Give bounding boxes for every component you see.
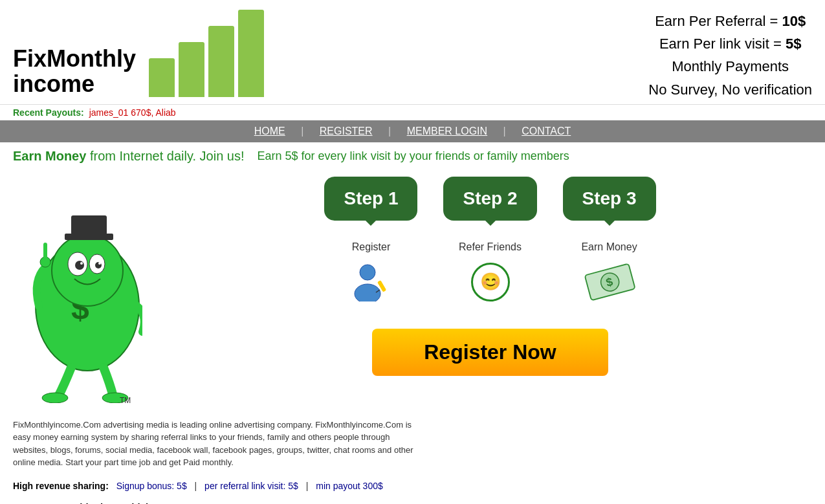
svg-rect-12 <box>71 215 107 235</box>
register-now-button[interactable]: Register Now <box>372 329 608 376</box>
steps-row: Step 1 Register Step 2 R <box>324 177 655 309</box>
nav-register[interactable]: REGISTER <box>320 126 373 137</box>
nav-sep3: | <box>503 126 506 137</box>
step2-label: Refer Friends <box>459 241 522 253</box>
min-payout: min payout 300$ <box>316 481 383 491</box>
bar4 <box>238 10 264 97</box>
logo: FixMonthly income <box>13 46 136 97</box>
nav-sep1: | <box>301 126 303 137</box>
sep1: | <box>195 481 200 491</box>
svg-point-13 <box>42 393 68 403</box>
chart-icon <box>149 10 264 97</box>
header-left: FixMonthly income <box>13 6 277 97</box>
svg-point-8 <box>98 262 101 265</box>
svg-text:TM: TM <box>120 396 131 403</box>
sep2: | <box>306 481 311 491</box>
footer-description: FixMonthlyincome.Com advertising media i… <box>0 412 427 476</box>
nav-contact[interactable]: CONTACT <box>522 126 571 137</box>
bar2 <box>179 42 204 97</box>
step-3: Step 3 Earn Money $ <box>563 177 656 309</box>
svg-point-7 <box>80 262 83 265</box>
high-revenue-label: High revenue sharing: <box>13 481 109 491</box>
money-icon-svg: $ <box>580 256 639 304</box>
recent-payouts-bar: Recent Payouts: james_01 670$, Aliab <box>0 104 825 120</box>
bar1 <box>149 58 175 97</box>
high-revenue: High revenue sharing: Signup bonus: 5$ |… <box>0 476 825 496</box>
navbar: HOME | REGISTER | MEMBER LOGIN | CONTACT <box>0 120 825 142</box>
step2-bubble: Step 2 <box>443 177 536 221</box>
recent-payouts-names: james_01 670$, Aliab <box>89 107 176 118</box>
earn-line2: Earn Per link visit = 5$ <box>648 32 812 55</box>
banner: Earn Money from Internet daily. Join us!… <box>0 142 825 170</box>
nav-home[interactable]: HOME <box>254 126 285 137</box>
register-icon-svg <box>351 263 390 301</box>
mascot-svg: $ <box>13 177 142 403</box>
earn-line3: Monthly Payments <box>648 55 812 78</box>
step1-label: Register <box>352 241 391 253</box>
earn-line1: Earn Per Referral = 10$ <box>648 10 812 32</box>
step3-icon: $ <box>584 263 635 301</box>
mascot: $ <box>13 177 155 406</box>
signup-bonus: Signup bonus: 5$ <box>116 481 187 491</box>
step1-icon <box>351 263 390 309</box>
main-content: $ <box>0 170 825 412</box>
step3-label: Earn Money <box>581 241 637 253</box>
svg-point-2 <box>52 235 123 306</box>
recent-payouts-label: Recent Payouts: <box>13 107 84 118</box>
svg-point-17 <box>355 284 380 301</box>
step1-bubble: Step 1 <box>324 177 417 221</box>
nav-sep2: | <box>388 126 391 137</box>
step-2: Step 2 Refer Friends 😊 <box>443 177 536 309</box>
footer-text: FixMonthlyincome.Com advertising media i… <box>13 419 414 469</box>
earn-line4: No Survey, No verification <box>648 78 812 101</box>
bar3 <box>208 26 234 97</box>
svg-point-5 <box>75 261 84 270</box>
header: FixMonthly income Earn Per Referral = 10… <box>0 0 825 104</box>
how-to-earn: How to Earn with FixMonthlyincome.Com <box>0 496 825 504</box>
per-referral: per referral link visit: 5$ <box>204 481 298 491</box>
step-1: Step 1 Register <box>324 177 417 309</box>
steps-section: Step 1 Register Step 2 R <box>168 177 812 406</box>
banner-highlight: Earn Money <box>13 149 86 163</box>
earn-info: Earn Per Referral = 10$ Earn Per link vi… <box>648 6 812 101</box>
nav-member-login[interactable]: MEMBER LOGIN <box>407 126 487 137</box>
step2-icon: 😊 <box>471 263 510 301</box>
svg-point-16 <box>360 265 375 280</box>
banner-left: Earn Money from Internet daily. Join us! <box>13 149 245 164</box>
banner-rest: from Internet daily. Join us! <box>86 149 244 163</box>
banner-right: Earn 5$ for every link visit by your fri… <box>258 149 569 163</box>
step3-bubble: Step 3 <box>563 177 656 221</box>
